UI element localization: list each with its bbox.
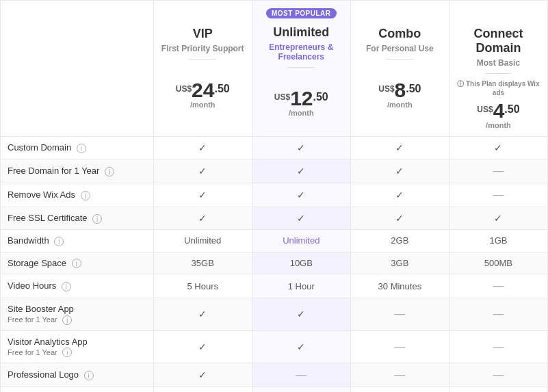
value-text: 10GB: [290, 258, 313, 268]
value-text: 2GB: [391, 235, 408, 246]
checkmark-icon: ✓: [198, 309, 207, 319]
checkmark-icon: ✓: [198, 142, 207, 153]
feature-label-text-6: Video Hours: [8, 280, 56, 291]
checkmark-icon: ✓: [198, 369, 207, 380]
value-text: Unlimited: [283, 235, 319, 246]
feature-label-1: Free Domain for 1 Year i: [1, 159, 154, 183]
price-amount-vip: 24: [192, 79, 214, 101]
checkmark-icon: ✓: [198, 341, 207, 352]
info-icon-2[interactable]: i: [81, 191, 90, 200]
plan-header-unlimited: MOST POPULAR Unlimited Entrepreneurs & F…: [252, 1, 350, 137]
price-decimal-combo: .50: [406, 83, 421, 95]
price-amount-unlimited: 12: [290, 87, 313, 109]
plan-subtitle-connect: Most Basic: [454, 58, 543, 68]
feature-value-3-unlimited: ✓: [252, 207, 350, 230]
feature-value-3-vip: ✓: [153, 207, 252, 230]
feature-sublabel-text-7: Free for 1 Year: [8, 315, 57, 324]
checkmark-icon: ✓: [494, 142, 502, 153]
feature-value-1-unlimited: ✓: [252, 159, 350, 183]
info-icon-4[interactable]: i: [54, 237, 64, 246]
checkmark-icon: ✓: [297, 166, 305, 177]
table-row: Storage Space i35GB10GB3GB500MB: [1, 252, 548, 274]
feature-value-7-vip: ✓: [153, 298, 252, 331]
table-row: Video Hours i5 Hours1 Hour30 Minutes—: [1, 274, 548, 298]
feature-label-10: Social Media Logo Files i: [1, 387, 154, 392]
plan-divider-unlimited: [287, 67, 315, 68]
plan-subtitle-unlimited: Entrepreneurs & Freelancers: [257, 42, 346, 62]
feature-label-text-1: Free Domain for 1 Year: [8, 166, 99, 176]
dash-icon: —: [493, 308, 504, 319]
value-text: 1GB: [489, 235, 507, 246]
table-row: Free SSL Certificate i✓✓✓✓: [1, 207, 548, 230]
value-text: 35GB: [192, 258, 214, 268]
info-icon-6[interactable]: i: [62, 282, 71, 291]
feature-value-8-combo: —: [350, 330, 449, 363]
feature-value-8-connect: —: [449, 330, 547, 363]
dash-icon: —: [493, 165, 504, 177]
dash-icon: —: [493, 369, 504, 380]
info-icon-9[interactable]: i: [84, 371, 94, 380]
feature-value-1-connect: —: [449, 159, 547, 183]
price-currency-connect: US$: [477, 105, 493, 114]
checkmark-icon: ✓: [297, 213, 305, 224]
value-text: 3GB: [391, 258, 408, 268]
price-period-combo: /month: [355, 101, 445, 109]
feature-label-7: Site Booster AppFree for 1 Year i: [1, 298, 154, 331]
plan-header-vip: VIP First Priority Support US$ 24.50 /mo…: [153, 1, 252, 137]
info-icon-1[interactable]: i: [105, 167, 114, 177]
info-icon-8[interactable]: i: [62, 348, 72, 357]
dash-icon: —: [394, 341, 405, 352]
checkmark-icon: ✓: [297, 190, 305, 200]
feature-value-5-unlimited: 10GB: [252, 252, 350, 274]
plan-divider-connect: [484, 73, 512, 74]
feature-label-6: Video Hours i: [1, 274, 154, 298]
feature-value-6-vip: 5 Hours: [153, 274, 252, 298]
value-text: 30 Minutes: [378, 281, 422, 291]
feature-value-1-combo: ✓: [350, 159, 449, 183]
feature-value-10-vip: ✓: [153, 387, 252, 392]
value-text: 1 Hour: [288, 281, 315, 291]
feature-value-5-vip: 35GB: [153, 252, 252, 274]
feature-label-2: Remove Wix Ads i: [1, 183, 154, 207]
feature-value-8-vip: ✓: [153, 330, 252, 363]
feature-value-8-unlimited: ✓: [252, 330, 350, 363]
value-text: 5 Hours: [187, 281, 218, 291]
price-decimal-connect: .50: [504, 103, 519, 116]
feature-value-4-unlimited: Unlimited: [252, 230, 350, 252]
feature-value-0-connect: ✓: [449, 137, 547, 159]
info-icon-0[interactable]: i: [77, 144, 86, 153]
feature-value-6-connect: —: [449, 274, 547, 298]
feature-value-7-connect: —: [449, 298, 547, 331]
feature-label-text-5: Storage Space: [8, 258, 66, 268]
plan-name-combo: Combo: [355, 27, 445, 41]
feature-value-9-vip: ✓: [153, 363, 252, 387]
value-text: 500MB: [484, 258, 512, 268]
feature-value-2-vip: ✓: [153, 183, 252, 207]
checkmark-icon: ✓: [198, 213, 207, 224]
checkmark-icon: ✓: [395, 166, 404, 177]
info-icon-3[interactable]: i: [92, 214, 102, 224]
feature-label-text-7: Site Booster App: [8, 304, 74, 314]
feature-value-5-combo: 3GB: [350, 252, 449, 274]
price-decimal-vip: .50: [214, 83, 229, 95]
feature-value-6-combo: 30 Minutes: [350, 274, 449, 298]
table-row: Custom Domain i✓✓✓✓: [1, 137, 548, 159]
value-text: Unlimited: [184, 235, 221, 246]
most-popular-badge: MOST POPULAR: [266, 8, 337, 18]
info-icon-5[interactable]: i: [72, 259, 81, 268]
checkmark-icon: ✓: [395, 213, 404, 224]
info-icon-7[interactable]: i: [62, 315, 72, 325]
plan-divider-vip: [189, 59, 216, 60]
plan-subtitle-vip: First Priority Support: [158, 44, 248, 53]
table-row: Free Domain for 1 Year i✓✓✓—: [1, 159, 548, 183]
feature-label-text-8: Visitor Analytics App: [8, 337, 88, 347]
dash-icon: —: [493, 280, 504, 291]
price-decimal-unlimited: .50: [313, 91, 328, 103]
feature-value-10-unlimited: —: [252, 387, 350, 392]
price-row-vip: US$ 24.50: [158, 80, 248, 101]
feature-value-2-connect: —: [449, 183, 547, 207]
feature-value-4-combo: 2GB: [350, 230, 449, 252]
checkmark-icon: ✓: [297, 341, 305, 352]
feature-label-text-3: Free SSL Certificate: [8, 213, 88, 223]
feature-value-7-unlimited: ✓: [252, 298, 350, 331]
